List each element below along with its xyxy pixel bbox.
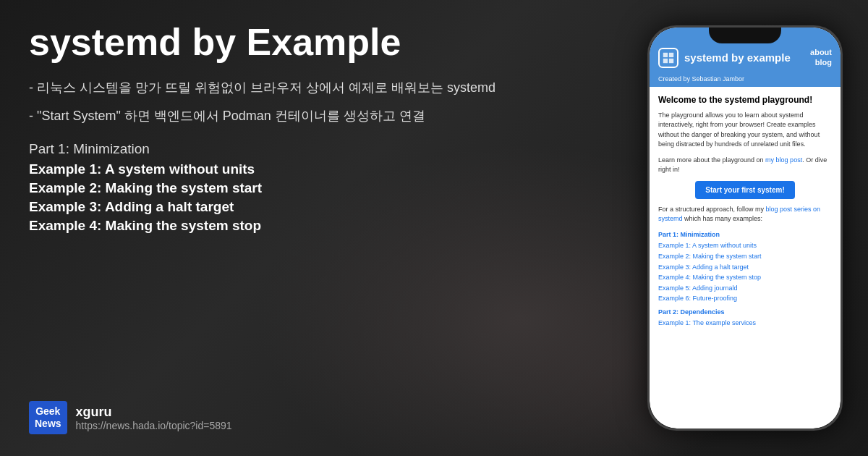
example6-prefix: Example 6:	[658, 295, 693, 302]
app-creator: Created by Sebastian Jambor	[650, 74, 841, 87]
example2-link[interactable]: Making the system start	[693, 253, 762, 260]
phone-screen: systemd by example about blog Created by…	[650, 28, 841, 428]
svg-rect-0	[663, 53, 668, 57]
nav-blog[interactable]: blog	[815, 58, 832, 67]
app-part2-example-row: Example 1: The example services	[658, 318, 832, 328]
example5-prefix: Example 5:	[658, 284, 692, 292]
app-example-row-6: Example 6: Future-proofing	[658, 294, 832, 303]
app-part2-label[interactable]: Part 2: Dependencies	[658, 308, 832, 317]
part2-example-link[interactable]: The example services	[692, 319, 756, 326]
app-body[interactable]: Welcome to the systemd playground! The p…	[650, 87, 841, 428]
structured-text: For a structured approach, follow my blo…	[658, 205, 832, 224]
example5-link[interactable]: Adding journald	[692, 284, 738, 292]
app-nav: about blog	[810, 48, 832, 67]
example-item-2: Example 2: Making the system start	[29, 180, 608, 196]
app-part1-label[interactable]: Part 1: Minimization	[658, 230, 832, 240]
example1-prefix: Example 1:	[658, 242, 692, 249]
svg-rect-3	[669, 59, 673, 63]
example-item-3: Example 3: Adding a halt target	[29, 199, 608, 215]
nav-about[interactable]: about	[810, 48, 832, 56]
right-panel: systemd by example about blog Created by…	[637, 0, 868, 456]
app-title: systemd by example	[684, 51, 791, 64]
example4-prefix: Example 4:	[658, 274, 693, 281]
app-example-row-2: Example 2: Making the system start	[658, 252, 832, 261]
svg-rect-1	[669, 53, 673, 57]
app-logo-icon	[658, 48, 678, 68]
example2-prefix: Example 2:	[658, 253, 693, 260]
learn-link[interactable]: my blog post	[765, 156, 802, 164]
examples-list: Part 1: Minimization Example 1: A system…	[29, 141, 608, 234]
example1-link[interactable]: A system without units	[692, 242, 757, 249]
example-item-1: Example 1: A system without units	[29, 161, 608, 177]
source-info: xguru https://news.hada.io/topic?id=5891	[76, 405, 232, 431]
app-example-row-4: Example 4: Making the system stop	[658, 273, 832, 282]
start-system-button[interactable]: Start your first system!	[695, 181, 794, 199]
app-logo-area: systemd by example	[658, 48, 791, 68]
description-1: - 리눅스 시스템을 망가 뜨릴 위험없이 브라우저 상에서 예제로 배워보는 …	[29, 77, 608, 98]
structured-prefix: For a structured approach, follow my	[658, 206, 766, 213]
main-content: systemd by Example - 리눅스 시스템을 망가 뜨릴 위험없이…	[0, 0, 868, 456]
app-example-row-3: Example 3: Adding a halt target	[658, 263, 832, 272]
badge-line1: Geek	[35, 405, 61, 418]
source-name: xguru	[76, 405, 232, 420]
svg-rect-2	[663, 59, 668, 63]
example-item-4: Example 4: Making the system stop	[29, 218, 608, 234]
phone-mockup: systemd by example about blog Created by…	[647, 25, 843, 431]
app-description: The playground allows you to learn about…	[658, 111, 832, 150]
left-panel: systemd by Example - 리눅스 시스템을 망가 뜨릴 위험없이…	[0, 0, 637, 456]
example4-link[interactable]: Making the system stop	[693, 274, 762, 281]
app-example-row-1: Example 1: A system without units	[658, 241, 832, 250]
app-welcome-title: Welcome to the systemd playground!	[658, 94, 832, 106]
main-title: systemd by Example	[29, 22, 608, 63]
geeknews-badge: Geek News	[29, 401, 67, 434]
app-learn-text: Learn more about the playground on my bl…	[658, 156, 832, 175]
source-url: https://news.hada.io/topic?id=5891	[76, 420, 232, 431]
bottom-bar: Geek News xguru https://news.hada.io/top…	[29, 401, 608, 434]
example3-link[interactable]: Adding a halt target	[692, 263, 749, 271]
badge-line2: News	[35, 418, 61, 430]
example3-prefix: Example 3:	[658, 263, 692, 271]
structured-suffix: which has many examples:	[683, 215, 763, 222]
phone-notch	[709, 28, 781, 43]
description-2: - "Start System" 하면 백엔드에서 Podman 컨테이너를 생…	[29, 106, 608, 127]
part2-example-prefix: Example 1:	[658, 319, 692, 326]
app-example-row-5: Example 5: Adding journald	[658, 284, 832, 293]
learn-prefix: Learn more about the playground on	[658, 156, 765, 164]
part1-label: Part 1: Minimization	[29, 141, 608, 157]
example6-link[interactable]: Future-proofing	[693, 295, 738, 302]
